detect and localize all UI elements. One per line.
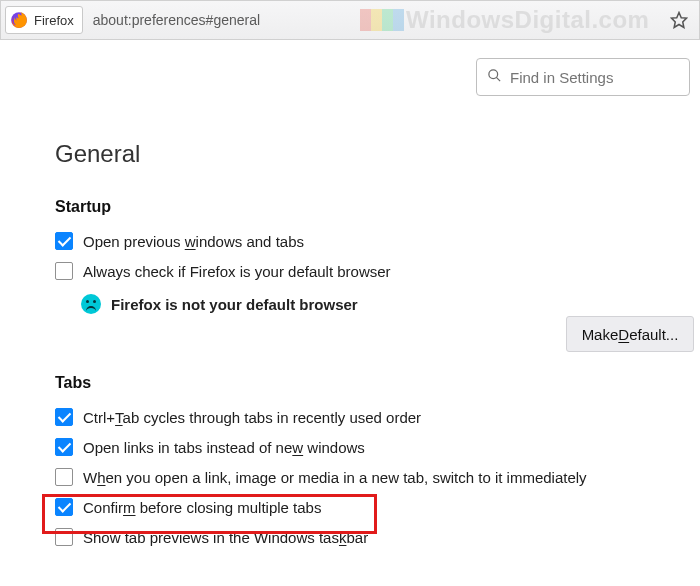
tabs-heading: Tabs bbox=[55, 374, 700, 392]
open-previous-windows-label: Open previous windows and tabs bbox=[83, 233, 304, 250]
open-previous-windows-checkbox[interactable] bbox=[55, 232, 73, 250]
open-links-tabs-row[interactable]: Open links in tabs instead of new window… bbox=[55, 432, 700, 462]
not-default-browser-label: Firefox is not your default browser bbox=[111, 296, 358, 313]
firefox-icon bbox=[10, 11, 28, 29]
confirm-close-tabs-label: Confirm before closing multiple tabs bbox=[83, 499, 321, 516]
page-title: General bbox=[55, 140, 700, 168]
taskbar-previews-label: Show tab previews in the Windows taskbar bbox=[83, 529, 368, 546]
always-check-default-label: Always check if Firefox is your default … bbox=[83, 263, 391, 280]
site-identity-badge[interactable]: Firefox bbox=[5, 6, 83, 34]
svg-marker-1 bbox=[672, 13, 687, 28]
always-check-default-row[interactable]: Always check if Firefox is your default … bbox=[55, 256, 700, 286]
switch-immediately-label: When you open a link, image or media in … bbox=[83, 469, 587, 486]
sad-face-icon bbox=[81, 294, 101, 314]
site-identity-label: Firefox bbox=[34, 13, 74, 28]
ctrl-tab-cycle-checkbox[interactable] bbox=[55, 408, 73, 426]
open-links-tabs-label: Open links in tabs instead of new window… bbox=[83, 439, 365, 456]
address-bar: Firefox about:preferences#general bbox=[0, 0, 700, 40]
confirm-close-tabs-row[interactable]: Confirm before closing multiple tabs bbox=[55, 492, 700, 522]
ctrl-tab-cycle-label: Ctrl+Tab cycles through tabs in recently… bbox=[83, 409, 421, 426]
make-default-button[interactable]: Make Default... bbox=[566, 316, 694, 352]
open-previous-windows-row[interactable]: Open previous windows and tabs bbox=[55, 226, 700, 256]
switch-immediately-checkbox[interactable] bbox=[55, 468, 73, 486]
switch-immediately-row[interactable]: When you open a link, image or media in … bbox=[55, 462, 700, 492]
always-check-default-checkbox[interactable] bbox=[55, 262, 73, 280]
confirm-close-tabs-checkbox[interactable] bbox=[55, 498, 73, 516]
taskbar-previews-row[interactable]: Show tab previews in the Windows taskbar bbox=[55, 522, 700, 552]
ctrl-tab-cycle-row[interactable]: Ctrl+Tab cycles through tabs in recently… bbox=[55, 402, 700, 432]
bookmark-star-icon[interactable] bbox=[667, 8, 691, 32]
taskbar-previews-checkbox[interactable] bbox=[55, 528, 73, 546]
url-text[interactable]: about:preferences#general bbox=[89, 12, 661, 28]
startup-heading: Startup bbox=[55, 198, 700, 216]
open-links-tabs-checkbox[interactable] bbox=[55, 438, 73, 456]
